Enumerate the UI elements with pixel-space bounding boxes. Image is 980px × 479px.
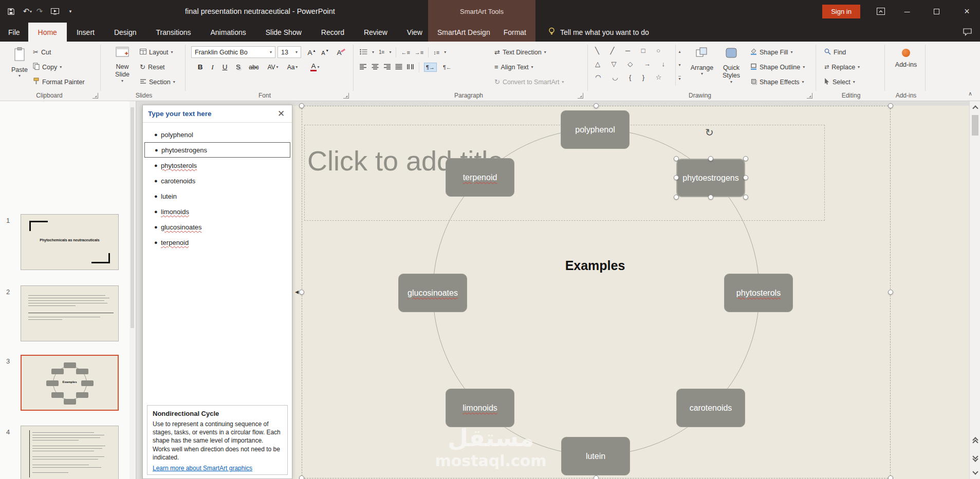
customize-quick-access-icon[interactable]: ▾ (63, 0, 78, 23)
gallery-more-icon[interactable]: ▾ (678, 76, 680, 81)
chevron-down-icon[interactable]: ▾ (389, 50, 391, 54)
font-dialog-launcher[interactable] (343, 93, 349, 99)
frame-handle-top-right[interactable] (888, 103, 893, 108)
thumbnail-scrollbar-thumb[interactable] (131, 107, 134, 328)
quick-styles-button[interactable]: Quick Styles ▾ (717, 45, 745, 90)
text-pane-item-carotenoids[interactable]: ●carotenoids (144, 173, 290, 188)
tab-format[interactable]: Format (497, 23, 533, 42)
node-handle-top-right[interactable] (743, 156, 748, 161)
smartart-node-lutein[interactable]: lutein (561, 437, 630, 475)
smartart-node-phytosterols[interactable]: phytosterols (724, 274, 793, 312)
shapes-gallery-scroll[interactable]: ▴ ▾ ▾ (675, 45, 683, 86)
scrollbar-thumb[interactable] (972, 115, 978, 136)
paste-button[interactable]: Paste ▾ (7, 45, 32, 90)
node-handle-bottom-left[interactable] (674, 195, 679, 200)
chevron-down-icon[interactable]: ▾ (372, 50, 374, 54)
text-pane-item-lutein[interactable]: ●lutein (144, 188, 290, 204)
new-slide-button[interactable]: New Slide ▾ (109, 45, 136, 90)
align-right-button[interactable] (383, 63, 391, 72)
node-handle-middle-left[interactable] (674, 175, 679, 180)
restore-button[interactable] (924, 0, 948, 23)
smartart-node-polyphenol[interactable]: polyphenol (561, 110, 630, 149)
frame-handle-top-center[interactable] (594, 103, 599, 108)
node-handle-top-center[interactable] (708, 156, 713, 161)
frame-handle-bottom-left[interactable] (299, 475, 304, 479)
clear-formatting-button[interactable]: A (333, 46, 345, 59)
scroll-down-button[interactable] (970, 466, 980, 478)
rtl-text-direction-button[interactable]: ¶← (441, 63, 453, 71)
frame-handle-bottom-center[interactable] (594, 475, 599, 479)
smartart-node-limonoids[interactable]: limonoids (446, 389, 514, 427)
text-pane-item-phytoestrogens[interactable]: ●phytoestrogens (144, 142, 290, 158)
scroll-up-button[interactable] (970, 102, 980, 114)
bold-button[interactable]: B (194, 61, 206, 73)
reset-button[interactable]: ↻ Reset (140, 61, 165, 73)
underline-button[interactable]: U (219, 61, 231, 73)
sign-in-button[interactable]: Sign in (822, 5, 860, 18)
tab-animations[interactable]: Animations (200, 23, 255, 42)
font-color-button[interactable]: A▾ (306, 61, 324, 73)
copy-button[interactable]: Copy ▾ (33, 61, 62, 73)
frame-handle-top-left[interactable] (299, 103, 304, 108)
slide-thumbnail-4[interactable] (21, 426, 119, 479)
previous-slide-button[interactable] (970, 435, 980, 447)
tab-record[interactable]: Record (311, 23, 354, 42)
addins-button[interactable]: Add-ins (892, 45, 920, 90)
minimize-button[interactable]: ─ (895, 0, 919, 23)
frame-handle-bottom-right[interactable] (888, 475, 893, 479)
font-size-combobox[interactable]: 13 ▾ (278, 46, 301, 58)
thumbnail-scrollbar[interactable] (130, 101, 135, 479)
close-icon[interactable]: ✕ (275, 108, 287, 119)
rotation-handle-icon[interactable]: ↻ (705, 126, 714, 139)
collapse-ribbon-icon[interactable]: ∧ (968, 90, 972, 97)
paragraph-dialog-launcher[interactable] (578, 93, 583, 99)
justify-button[interactable] (395, 63, 402, 72)
strikethrough-button[interactable]: abc (246, 61, 262, 73)
text-pane-item-glucosinoates[interactable]: ●glucosinoates (144, 219, 290, 235)
replace-button[interactable]: ⇄ Replace ▾ (824, 61, 860, 73)
tab-insert[interactable]: Insert (67, 23, 104, 42)
tab-home[interactable]: Home (28, 23, 67, 42)
clipboard-dialog-launcher[interactable] (93, 93, 98, 99)
text-direction-button[interactable]: ⇄ Text Direction ▾ (494, 46, 546, 59)
shape-effects-button[interactable]: Shape Effects ▾ (750, 75, 804, 88)
tab-slide-show[interactable]: Slide Show (256, 23, 311, 42)
italic-button[interactable]: I (207, 61, 218, 73)
arrange-button[interactable]: Arrange ▾ (689, 45, 715, 90)
smartart-center-label[interactable]: Examples (536, 258, 654, 273)
gallery-up-icon[interactable]: ▴ (678, 49, 680, 54)
shape-fill-button[interactable]: Shape Fill ▾ (750, 46, 793, 59)
decrease-indent-button[interactable]: ←≡ (401, 49, 410, 55)
shapes-gallery[interactable]: ╲ ╱ ─ □ ○ △ ▽ ◇ → ↓ ◠ ◡ { } ☆ (595, 44, 673, 84)
node-handle-top-left[interactable] (674, 156, 679, 161)
smartart-node-phytoestrogens[interactable]: phytoestrogens (676, 159, 745, 197)
tab-review[interactable]: Review (354, 23, 397, 42)
frame-handle-middle-left[interactable] (299, 290, 304, 295)
layout-button[interactable]: Layout ▾ (140, 46, 173, 59)
text-pane-item-limonoids[interactable]: ●limonoids (144, 204, 290, 219)
columns-button[interactable] (407, 63, 414, 72)
tab-smartart-design[interactable]: SmartArt Design (431, 23, 497, 42)
shrink-font-button[interactable]: A▾ (319, 46, 331, 59)
increase-indent-button[interactable]: →≡ (415, 49, 423, 55)
numbering-button[interactable]: 1≡ (379, 49, 384, 55)
tab-view[interactable]: View (397, 23, 432, 42)
collapse-text-pane-icon[interactable]: ◂ (295, 288, 299, 296)
align-center-button[interactable] (372, 63, 379, 72)
smartart-node-terpenoid[interactable]: terpenoid (446, 158, 514, 197)
bullets-button[interactable] (360, 48, 367, 57)
frame-handle-middle-right[interactable] (888, 290, 893, 295)
canvas-scrollbar[interactable] (969, 101, 980, 479)
drawing-dialog-launcher[interactable] (807, 93, 812, 99)
cut-button[interactable]: ✂ Cut (33, 46, 51, 59)
ribbon-display-options-icon[interactable] (871, 0, 891, 23)
tab-file[interactable]: File (0, 23, 28, 42)
text-shadow-button[interactable]: S (232, 61, 244, 73)
tab-design[interactable]: Design (104, 23, 146, 42)
align-left-button[interactable] (360, 63, 367, 72)
grow-font-button[interactable]: A▴ (305, 46, 318, 59)
start-slideshow-icon[interactable] (47, 0, 63, 23)
section-button[interactable]: Section ▾ (140, 75, 175, 88)
format-painter-button[interactable]: Format Painter (33, 75, 85, 88)
save-icon[interactable] (3, 0, 19, 23)
